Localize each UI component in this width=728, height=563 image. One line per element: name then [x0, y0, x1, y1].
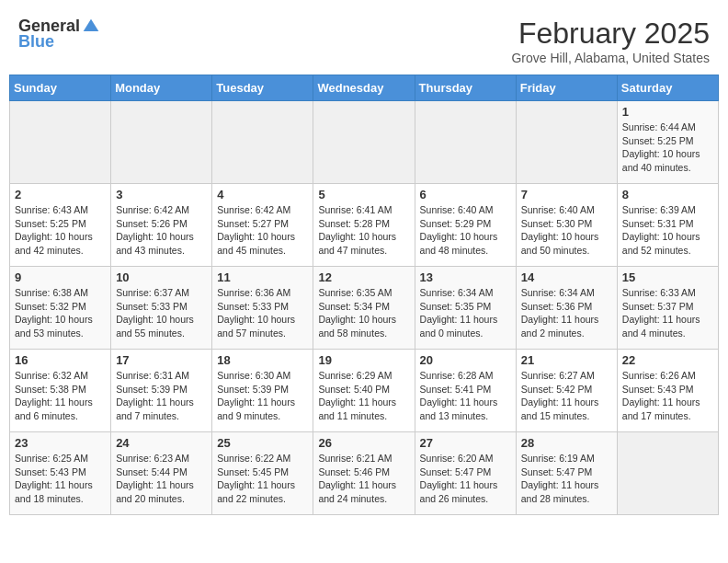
day-number: 17 — [116, 353, 207, 367]
weekday-header-friday: Friday — [516, 75, 617, 101]
day-info: Sunrise: 6:40 AM Sunset: 5:29 PM Dayligh… — [420, 203, 511, 258]
page-header: General Blue February 2025 Grove Hill, A… — [9, 9, 719, 71]
day-number: 5 — [318, 188, 409, 201]
calendar-cell — [212, 101, 313, 184]
day-number: 14 — [521, 270, 612, 284]
day-number: 6 — [420, 188, 511, 201]
day-number: 24 — [116, 436, 207, 450]
day-number: 4 — [217, 188, 308, 201]
weekday-header-saturday: Saturday — [617, 75, 718, 101]
day-number: 1 — [622, 105, 713, 119]
day-number: 19 — [318, 353, 409, 367]
day-info: Sunrise: 6:34 AM Sunset: 5:35 PM Dayligh… — [420, 286, 511, 340]
day-info: Sunrise: 6:28 AM Sunset: 5:41 PM Dayligh… — [420, 369, 511, 423]
day-number: 9 — [15, 270, 106, 284]
calendar-cell — [516, 101, 617, 184]
calendar-cell: 5Sunrise: 6:41 AM Sunset: 5:28 PM Daylig… — [313, 184, 415, 267]
calendar-cell: 25Sunrise: 6:22 AM Sunset: 5:45 PM Dayli… — [212, 432, 313, 515]
logo-icon — [82, 17, 100, 36]
day-number: 10 — [116, 270, 207, 284]
day-info: Sunrise: 6:22 AM Sunset: 5:45 PM Dayligh… — [217, 452, 308, 506]
calendar-cell: 3Sunrise: 6:42 AM Sunset: 5:26 PM Daylig… — [111, 184, 212, 267]
day-number: 15 — [622, 270, 713, 284]
day-info: Sunrise: 6:31 AM Sunset: 5:39 PM Dayligh… — [116, 369, 207, 423]
calendar-cell: 6Sunrise: 6:40 AM Sunset: 5:29 PM Daylig… — [415, 184, 516, 267]
weekday-header-tuesday: Tuesday — [212, 75, 313, 101]
calendar-cell: 10Sunrise: 6:37 AM Sunset: 5:33 PM Dayli… — [111, 267, 212, 350]
calendar-cell: 14Sunrise: 6:34 AM Sunset: 5:36 PM Dayli… — [516, 267, 617, 350]
calendar-week-row: 16Sunrise: 6:32 AM Sunset: 5:38 PM Dayli… — [10, 350, 719, 432]
day-info: Sunrise: 6:44 AM Sunset: 5:25 PM Dayligh… — [622, 121, 713, 175]
calendar-cell: 27Sunrise: 6:20 AM Sunset: 5:47 PM Dayli… — [415, 432, 516, 515]
calendar-cell: 26Sunrise: 6:21 AM Sunset: 5:46 PM Dayli… — [313, 432, 415, 515]
day-info: Sunrise: 6:34 AM Sunset: 5:36 PM Dayligh… — [521, 286, 612, 340]
weekday-header-wednesday: Wednesday — [313, 75, 415, 101]
day-info: Sunrise: 6:38 AM Sunset: 5:32 PM Dayligh… — [15, 286, 106, 340]
logo-blue-text: Blue — [18, 32, 54, 52]
calendar-cell: 17Sunrise: 6:31 AM Sunset: 5:39 PM Dayli… — [111, 350, 212, 432]
day-number: 2 — [15, 188, 106, 201]
weekday-header-monday: Monday — [111, 75, 212, 101]
day-info: Sunrise: 6:42 AM Sunset: 5:26 PM Dayligh… — [116, 203, 207, 258]
day-info: Sunrise: 6:36 AM Sunset: 5:33 PM Dayligh… — [217, 286, 308, 340]
calendar-cell: 15Sunrise: 6:33 AM Sunset: 5:37 PM Dayli… — [617, 267, 718, 350]
title-block: February 2025 Grove Hill, Alabama, Unite… — [511, 17, 710, 65]
calendar-cell: 22Sunrise: 6:26 AM Sunset: 5:43 PM Dayli… — [617, 350, 718, 432]
weekday-header-row: SundayMondayTuesdayWednesdayThursdayFrid… — [10, 75, 719, 101]
location-text: Grove Hill, Alabama, United States — [511, 51, 710, 65]
day-info: Sunrise: 6:41 AM Sunset: 5:28 PM Dayligh… — [318, 203, 409, 258]
day-info: Sunrise: 6:35 AM Sunset: 5:34 PM Dayligh… — [318, 286, 409, 340]
day-info: Sunrise: 6:26 AM Sunset: 5:43 PM Dayligh… — [622, 369, 713, 423]
day-info: Sunrise: 6:21 AM Sunset: 5:46 PM Dayligh… — [318, 452, 409, 506]
day-number: 22 — [622, 353, 713, 367]
day-info: Sunrise: 6:29 AM Sunset: 5:40 PM Dayligh… — [318, 369, 409, 423]
calendar-week-row: 23Sunrise: 6:25 AM Sunset: 5:43 PM Dayli… — [10, 432, 719, 515]
day-number: 26 — [318, 436, 409, 450]
calendar-table: SundayMondayTuesdayWednesdayThursdayFrid… — [9, 75, 719, 515]
day-number: 18 — [217, 353, 308, 367]
calendar-cell — [617, 432, 718, 515]
day-number: 20 — [420, 353, 511, 367]
calendar-week-row: 2Sunrise: 6:43 AM Sunset: 5:25 PM Daylig… — [10, 184, 719, 267]
day-info: Sunrise: 6:19 AM Sunset: 5:47 PM Dayligh… — [521, 452, 612, 506]
day-info: Sunrise: 6:25 AM Sunset: 5:43 PM Dayligh… — [15, 452, 106, 506]
calendar-cell: 9Sunrise: 6:38 AM Sunset: 5:32 PM Daylig… — [10, 267, 111, 350]
calendar-cell: 4Sunrise: 6:42 AM Sunset: 5:27 PM Daylig… — [212, 184, 313, 267]
day-number: 3 — [116, 188, 207, 201]
day-info: Sunrise: 6:32 AM Sunset: 5:38 PM Dayligh… — [15, 369, 106, 423]
calendar-cell — [313, 101, 415, 184]
day-number: 27 — [420, 436, 511, 450]
day-number: 8 — [622, 188, 713, 201]
day-number: 11 — [217, 270, 308, 284]
weekday-header-sunday: Sunday — [10, 75, 111, 101]
day-number: 13 — [420, 270, 511, 284]
day-number: 16 — [15, 353, 106, 367]
calendar-cell — [415, 101, 516, 184]
calendar-cell: 1Sunrise: 6:44 AM Sunset: 5:25 PM Daylig… — [617, 101, 718, 184]
day-info: Sunrise: 6:39 AM Sunset: 5:31 PM Dayligh… — [622, 203, 713, 258]
calendar-cell: 8Sunrise: 6:39 AM Sunset: 5:31 PM Daylig… — [617, 184, 718, 267]
day-info: Sunrise: 6:30 AM Sunset: 5:39 PM Dayligh… — [217, 369, 308, 423]
day-info: Sunrise: 6:23 AM Sunset: 5:44 PM Dayligh… — [116, 452, 207, 506]
calendar-cell — [10, 101, 111, 184]
day-info: Sunrise: 6:42 AM Sunset: 5:27 PM Dayligh… — [217, 203, 308, 258]
day-info: Sunrise: 6:40 AM Sunset: 5:30 PM Dayligh… — [521, 203, 612, 258]
weekday-header-thursday: Thursday — [415, 75, 516, 101]
calendar-cell — [111, 101, 212, 184]
calendar-cell: 23Sunrise: 6:25 AM Sunset: 5:43 PM Dayli… — [10, 432, 111, 515]
day-info: Sunrise: 6:20 AM Sunset: 5:47 PM Dayligh… — [420, 452, 511, 506]
day-info: Sunrise: 6:33 AM Sunset: 5:37 PM Dayligh… — [622, 286, 713, 340]
calendar-cell: 19Sunrise: 6:29 AM Sunset: 5:40 PM Dayli… — [313, 350, 415, 432]
calendar-cell: 7Sunrise: 6:40 AM Sunset: 5:30 PM Daylig… — [516, 184, 617, 267]
day-info: Sunrise: 6:43 AM Sunset: 5:25 PM Dayligh… — [15, 203, 106, 258]
calendar-cell: 21Sunrise: 6:27 AM Sunset: 5:42 PM Dayli… — [516, 350, 617, 432]
day-info: Sunrise: 6:37 AM Sunset: 5:33 PM Dayligh… — [116, 286, 207, 340]
calendar-week-row: 9Sunrise: 6:38 AM Sunset: 5:32 PM Daylig… — [10, 267, 719, 350]
day-number: 25 — [217, 436, 308, 450]
calendar-week-row: 1Sunrise: 6:44 AM Sunset: 5:25 PM Daylig… — [10, 101, 719, 184]
calendar-cell: 28Sunrise: 6:19 AM Sunset: 5:47 PM Dayli… — [516, 432, 617, 515]
svg-marker-0 — [84, 18, 99, 30]
day-info: Sunrise: 6:27 AM Sunset: 5:42 PM Dayligh… — [521, 369, 612, 423]
month-title: February 2025 — [511, 17, 710, 51]
calendar-cell: 13Sunrise: 6:34 AM Sunset: 5:35 PM Dayli… — [415, 267, 516, 350]
